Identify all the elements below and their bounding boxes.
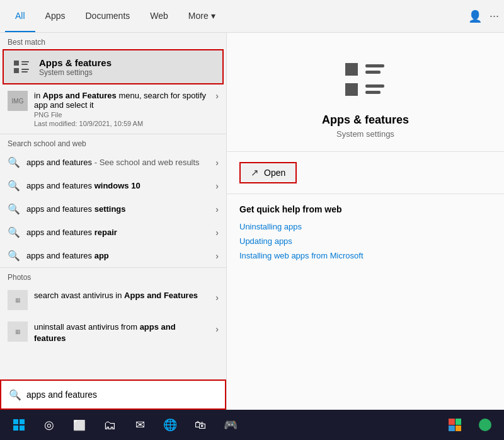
colorful-grid-icon	[449, 419, 461, 431]
search-row-4[interactable]: 🔍 apps and features repair ›	[0, 221, 226, 244]
svg-rect-6	[345, 63, 358, 76]
right-app-title: Apps & features	[322, 113, 409, 127]
folder-icon: 🗂	[103, 418, 116, 432]
task-view-button[interactable]: ⬜	[66, 411, 93, 439]
tab-documents[interactable]: Documents	[75, 0, 140, 32]
photos-row-text-1: search avast antivirus in Apps and Featu…	[34, 290, 209, 301]
file-result-arrow: ›	[215, 91, 219, 101]
search-row-text-1: apps and features - See school and web r…	[26, 158, 209, 167]
profile-button[interactable]	[471, 411, 499, 439]
help-link-1[interactable]: Uninstalling apps	[239, 222, 491, 231]
open-button[interactable]: ↗ Open	[239, 162, 297, 183]
tab-all[interactable]: All	[5, 0, 35, 32]
mail-button[interactable]: ✉	[126, 411, 154, 439]
arrow-icon-4: ›	[215, 228, 219, 238]
taskbar: ◎ ⬜ 🗂 ✉ 🌐 🛍 🎮	[0, 410, 504, 440]
main-content: Best match Apps & features System settin…	[0, 33, 504, 410]
edge-button[interactable]: 🌐	[156, 411, 184, 439]
search-icon-5: 🔍	[8, 250, 20, 262]
colorful-app-button[interactable]	[441, 411, 469, 439]
svg-rect-3	[14, 68, 19, 73]
photos-row-text-2: uninstall avast antivirus from apps and …	[34, 321, 209, 344]
search-icon-4: 🔍	[8, 226, 20, 238]
file-result-type: PNG File	[34, 111, 209, 119]
search-input[interactable]	[26, 390, 217, 400]
tab-bar-icons: 👤 ···	[468, 9, 499, 23]
search-row-5[interactable]: 🔍 apps and features app ›	[0, 244, 226, 267]
left-panel: Best match Apps & features System settin…	[0, 33, 227, 410]
best-match-header: Best match	[0, 33, 226, 49]
search-row-text-2: apps and features windows 10	[26, 181, 209, 190]
apps-features-icon	[11, 57, 32, 77]
search-bar-icon: 🔍	[9, 389, 21, 401]
file-result-text: in Apps and Features menu, search for sp…	[34, 91, 209, 127]
windows-logo	[13, 419, 25, 431]
search-icon-1: 🔍	[8, 156, 20, 168]
svg-rect-5	[21, 71, 28, 72]
svg-rect-9	[345, 83, 358, 96]
best-match-text: Apps & features System settings	[39, 57, 112, 77]
more-icon[interactable]: ···	[490, 9, 499, 23]
best-match-subtitle: System settings	[39, 68, 112, 77]
photos-row-1[interactable]: ▦ search avast antivirus in Apps and Fea…	[0, 284, 226, 316]
svg-rect-4	[21, 69, 29, 70]
right-app-icon	[343, 58, 388, 103]
xbox-button[interactable]: 🎮	[217, 411, 244, 439]
help-section: Get quick help from web Uninstalling app…	[227, 194, 504, 275]
tab-more[interactable]: More ▾	[178, 0, 226, 32]
file-thumbnail: IMG	[8, 91, 28, 111]
search-row-text-4: apps and features repair	[26, 228, 209, 237]
start-button[interactable]	[5, 411, 33, 439]
photos-row-2[interactable]: ▦ uninstall avast antivirus from apps an…	[0, 316, 226, 350]
tab-apps[interactable]: Apps	[35, 0, 76, 32]
profile-icon	[479, 419, 491, 431]
best-match-item[interactable]: Apps & features System settings	[3, 49, 224, 84]
search-row-text-5: apps and features app	[26, 251, 209, 260]
open-label: Open	[264, 168, 285, 178]
right-app-subtitle: System settings	[336, 129, 394, 139]
xbox-icon: 🎮	[224, 418, 238, 432]
file-result-item[interactable]: IMG in Apps and Features menu, search fo…	[0, 84, 226, 134]
store-icon: 🛍	[195, 419, 206, 432]
svg-rect-1	[21, 61, 29, 62]
user-icon[interactable]: 👤	[468, 9, 482, 23]
file-result-date: Last modified: 10/9/2021, 10:59 AM	[34, 120, 209, 127]
search-row-1[interactable]: 🔍 apps and features - See school and web…	[0, 151, 226, 174]
photos-thumb-1: ▦	[8, 290, 28, 310]
arrow-icon-1: ›	[215, 158, 219, 168]
search-row-text-3: apps and features settings	[26, 204, 209, 214]
search-taskbar-button[interactable]: ◎	[35, 411, 63, 439]
edge-icon: 🌐	[163, 418, 177, 432]
right-panel: Apps & features System settings ↗ Open G…	[227, 33, 504, 410]
search-icon-2: 🔍	[8, 180, 20, 192]
help-link-2[interactable]: Updating apps	[239, 236, 491, 246]
arrow-icon-5: ›	[215, 251, 219, 261]
svg-rect-2	[21, 64, 28, 65]
store-button[interactable]: 🛍	[186, 411, 214, 439]
right-apps-svg	[343, 58, 388, 103]
photos-header: Photos	[0, 268, 226, 284]
file-explorer-button[interactable]: 🗂	[96, 411, 123, 439]
tab-bar: All Apps Documents Web More ▾ 👤 ···	[0, 0, 504, 33]
open-icon: ↗	[251, 167, 259, 178]
apps-features-svg	[13, 58, 30, 76]
svg-rect-0	[14, 61, 19, 66]
arrow-icon-2: ›	[215, 181, 219, 191]
mail-icon: ✉	[135, 418, 145, 432]
open-section: ↗ Open	[227, 152, 504, 194]
help-link-3[interactable]: Installing web apps from Microsoft	[239, 251, 491, 260]
right-app-info: Apps & features System settings	[227, 33, 504, 152]
chevron-down-icon: ▾	[211, 11, 215, 21]
search-icon-3: 🔍	[8, 203, 20, 215]
search-circle-icon: ◎	[44, 418, 54, 432]
best-match-title: Apps & features	[39, 57, 112, 68]
search-row-2[interactable]: 🔍 apps and features windows 10 ›	[0, 174, 226, 197]
search-row-3[interactable]: 🔍 apps and features settings ›	[0, 197, 226, 221]
svg-rect-11	[365, 91, 381, 94]
photos-thumb-2: ▦	[8, 321, 28, 342]
svg-rect-8	[365, 71, 381, 74]
help-title: Get quick help from web	[239, 204, 491, 214]
school-header: Search school and web	[0, 134, 226, 151]
tab-web[interactable]: Web	[140, 0, 178, 32]
search-bar: 🔍	[0, 379, 226, 410]
